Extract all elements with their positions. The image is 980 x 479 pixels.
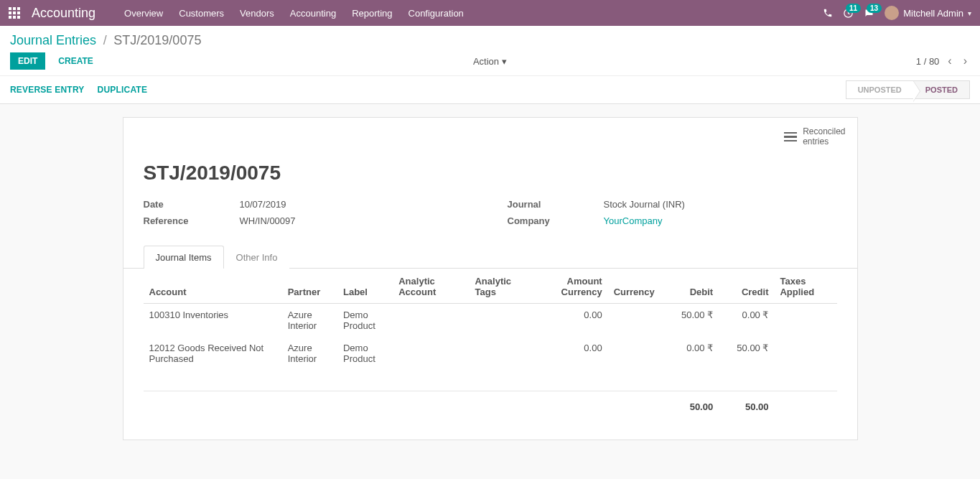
- svg-rect-8: [17, 16, 20, 19]
- col-account[interactable]: Account: [144, 269, 282, 304]
- tabs: Journal Items Other Info: [123, 245, 857, 269]
- cell-analytic-account: [393, 303, 469, 337]
- avatar: [885, 6, 899, 20]
- field-date: Date 10/07/2019: [144, 196, 473, 213]
- reverse-entry-button[interactable]: REVERSE ENTRY: [10, 85, 85, 95]
- cell-analytic-tags: [469, 337, 538, 370]
- field-value-reference: WH/IN/00097: [240, 215, 296, 226]
- main-area: Reconciled entries STJ/2019/0075 Date 10…: [0, 104, 980, 453]
- list-icon: [784, 132, 797, 142]
- svg-rect-6: [9, 16, 11, 19]
- cell-analytic-tags: [469, 303, 538, 337]
- field-col-right: Journal Stock Journal (INR) Company Your…: [508, 196, 837, 229]
- chat-badge: 13: [867, 4, 882, 13]
- field-journal: Journal Stock Journal (INR): [508, 196, 837, 213]
- breadcrumb: Journal Entries / STJ/2019/0075: [10, 33, 201, 48]
- svg-rect-0: [9, 7, 11, 10]
- breadcrumb-root[interactable]: Journal Entries: [10, 33, 96, 47]
- journal-items-table: Account Partner Label Analytic Account A…: [144, 269, 837, 423]
- tab-other-info[interactable]: Other Info: [224, 246, 290, 269]
- table-row[interactable]: 100310 InventoriesAzure InteriorDemo Pro…: [144, 303, 837, 337]
- field-label-journal: Journal: [508, 199, 604, 210]
- col-analytic-account[interactable]: Analytic Account: [393, 269, 469, 304]
- cell-currency: [608, 337, 663, 370]
- cell-taxes: [774, 303, 836, 337]
- pager-text[interactable]: 1 / 80: [916, 56, 940, 67]
- cell-credit: 50.00 ₹: [719, 337, 774, 370]
- nav-configuration[interactable]: Configuration: [409, 8, 464, 19]
- nav-vendors[interactable]: Vendors: [240, 8, 274, 19]
- pager: 1 / 80 ‹ ›: [916, 53, 970, 69]
- control-panel: Journal Entries / STJ/2019/0075 EDIT CRE…: [0, 26, 980, 104]
- cell-label: Demo Product: [337, 303, 393, 337]
- apps-grid-icon[interactable]: [9, 7, 20, 19]
- status-posted[interactable]: POSTED: [913, 80, 970, 99]
- totals-row: 50.00 50.00: [144, 391, 837, 423]
- svg-rect-2: [17, 7, 20, 10]
- field-value-journal: Stock Journal (INR): [604, 199, 685, 210]
- cell-partner: Azure Interior: [282, 337, 337, 370]
- field-label-date: Date: [144, 199, 240, 210]
- col-amount-currency[interactable]: Amount Currency: [538, 269, 608, 304]
- activity-badge: 11: [846, 4, 861, 13]
- nav-menu: Overview Customers Vendors Accounting Re…: [124, 8, 464, 19]
- chevron-down-icon: ▾: [502, 56, 507, 67]
- svg-rect-1: [13, 7, 16, 10]
- field-value-company[interactable]: YourCompany: [604, 215, 663, 226]
- svg-rect-4: [13, 11, 16, 14]
- col-partner[interactable]: Partner: [282, 269, 337, 304]
- cell-partner: Azure Interior: [282, 303, 337, 337]
- table-row[interactable]: 12012 Goods Received Not PurchasedAzure …: [144, 337, 837, 370]
- nav-reporting[interactable]: Reporting: [352, 8, 392, 19]
- col-analytic-tags[interactable]: Analytic Tags: [469, 269, 538, 304]
- action-label: Action: [473, 56, 499, 67]
- nav-right: 11 13 Mitchell Admin ▾: [823, 6, 971, 20]
- field-reference: Reference WH/IN/00097: [144, 213, 473, 229]
- cell-taxes: [774, 337, 836, 370]
- form-sheet: Reconciled entries STJ/2019/0075 Date 10…: [123, 117, 858, 440]
- cell-currency: [608, 303, 663, 337]
- tab-journal-items[interactable]: Journal Items: [144, 246, 224, 269]
- journal-items-table-wrap: Account Partner Label Analytic Account A…: [123, 269, 857, 423]
- status-unposted[interactable]: UNPOSTED: [846, 80, 913, 99]
- nav-accounting[interactable]: Accounting: [290, 8, 336, 19]
- col-debit[interactable]: Debit: [663, 269, 719, 304]
- field-label-reference: Reference: [144, 215, 240, 226]
- col-label[interactable]: Label: [337, 269, 393, 304]
- reconciled-entries-button[interactable]: Reconciled entries: [784, 126, 845, 147]
- svg-rect-7: [13, 16, 16, 19]
- activity-icon[interactable]: 11: [843, 8, 854, 19]
- cell-analytic-account: [393, 337, 469, 370]
- pager-next[interactable]: ›: [961, 53, 970, 69]
- app-brand[interactable]: Accounting: [32, 6, 95, 21]
- field-label-company: Company: [508, 215, 604, 226]
- col-currency[interactable]: Currency: [608, 269, 663, 304]
- nav-customers[interactable]: Customers: [179, 8, 224, 19]
- record-name: STJ/2019/0075: [123, 147, 857, 196]
- cell-account: 100310 Inventories: [144, 303, 282, 337]
- stat-text: Reconciled entries: [803, 126, 845, 147]
- chat-icon[interactable]: 13: [864, 8, 874, 19]
- create-button[interactable]: CREATE: [51, 53, 100, 69]
- cell-amount-currency: 0.00: [538, 337, 608, 370]
- field-value-date: 10/07/2019: [240, 199, 286, 210]
- cell-credit: 0.00 ₹: [719, 303, 774, 337]
- cell-amount-currency: 0.00: [538, 303, 608, 337]
- nav-overview[interactable]: Overview: [124, 8, 163, 19]
- svg-rect-5: [17, 11, 20, 14]
- cell-account: 12012 Goods Received Not Purchased: [144, 337, 282, 370]
- duplicate-button[interactable]: DUPLICATE: [98, 85, 148, 95]
- status-bar: UNPOSTED POSTED: [846, 80, 970, 99]
- breadcrumb-sep: /: [103, 33, 107, 47]
- phone-icon[interactable]: [823, 8, 833, 18]
- edit-button[interactable]: EDIT: [10, 52, 45, 70]
- col-credit[interactable]: Credit: [719, 269, 774, 304]
- field-grid: Date 10/07/2019 Reference WH/IN/00097 Jo…: [123, 196, 857, 239]
- top-navbar: Accounting Overview Customers Vendors Ac…: [0, 0, 980, 26]
- user-menu[interactable]: Mitchell Admin ▾: [885, 6, 971, 20]
- action-dropdown[interactable]: Action ▾: [473, 56, 507, 67]
- col-taxes[interactable]: Taxes Applied: [774, 269, 836, 304]
- field-col-left: Date 10/07/2019 Reference WH/IN/00097: [144, 196, 473, 229]
- cell-label: Demo Product: [337, 337, 393, 370]
- pager-prev[interactable]: ‹: [945, 53, 954, 69]
